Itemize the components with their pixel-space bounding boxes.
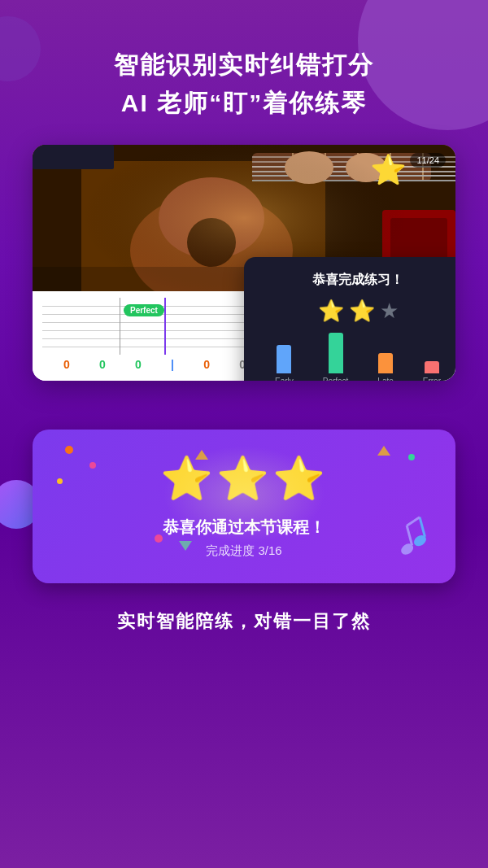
- cursor-line: [164, 298, 166, 355]
- confetti-5: [155, 534, 163, 543]
- bottom-card-stars: ⭐⭐⭐: [57, 454, 431, 504]
- completion-popup: 恭喜完成练习！ ⭐ ⭐ ★ Early Perfect Late: [244, 257, 455, 381]
- confetti-3: [57, 478, 63, 484]
- bar-group-early: Early: [275, 345, 294, 381]
- confetti-1: [65, 446, 73, 454]
- star-3: ★: [380, 299, 399, 324]
- popup-stars: ⭐ ⭐ ★: [260, 299, 455, 324]
- bar-group-late: Late: [377, 353, 393, 381]
- svg-line-27: [420, 517, 425, 537]
- bar-error: [425, 361, 439, 373]
- bar-line-1: [120, 298, 120, 355]
- svg-line-28: [406, 517, 421, 526]
- header-line2: AI 老师“盯”着你练琴: [114, 87, 374, 120]
- footer-tagline: 实时智能陪练，对错一目了然: [117, 609, 371, 634]
- perfect-label: Perfect: [124, 304, 164, 316]
- tab-note-1: 0: [99, 358, 106, 371]
- tab-note-cursor: |: [171, 358, 174, 371]
- bar-label-late: Late: [377, 377, 393, 381]
- confetti-2: [89, 462, 96, 469]
- bar-label-perfect: Perfect: [323, 377, 349, 381]
- bar-label-error: Error: [423, 377, 441, 381]
- triangle-3: [377, 446, 390, 456]
- counter-badge: 11/24: [410, 153, 446, 168]
- tab-note-3: 0: [203, 358, 210, 371]
- bar-group-perfect: Perfect: [323, 333, 349, 381]
- guitar-card: ⭐ 11/24 Perfect p: [33, 145, 455, 381]
- music-note-icon: [390, 512, 442, 569]
- header-line1: 智能识别实时纠错打分: [114, 49, 374, 82]
- tab-note-2: 0: [135, 358, 142, 371]
- star-icon: ⭐: [370, 153, 407, 187]
- bar-early: [277, 345, 291, 373]
- tab-note-0: 0: [63, 358, 70, 371]
- main-content: 智能识别实时纠错打分 AI 老师“盯”着你练琴: [0, 0, 488, 634]
- bar-late: [378, 353, 393, 373]
- bar-perfect: [329, 333, 343, 373]
- svg-rect-21: [33, 145, 114, 169]
- triangle-2: [179, 541, 192, 551]
- footer-tagline-text: 实时智能陪练，对错一目了然: [117, 611, 371, 631]
- triangle-1: [195, 450, 208, 460]
- bottom-card-title: 恭喜你通过本节课程！: [57, 517, 431, 539]
- header-title: 智能识别实时纠错打分 AI 老师“盯”着你练琴: [114, 49, 374, 120]
- popup-bars: Early Perfect Late Error: [260, 337, 455, 381]
- bar-label-early: Early: [275, 377, 294, 381]
- bar-group-error: Error: [423, 361, 441, 381]
- svg-line-25: [407, 526, 412, 545]
- popup-title: 恭喜完成练习！: [260, 272, 455, 289]
- bottom-card: ⭐⭐⭐ 恭喜你通过本节课程！ 完成进度 3/16: [33, 430, 455, 583]
- confetti-4: [408, 454, 415, 460]
- bottom-card-subtitle: 完成进度 3/16: [57, 543, 431, 559]
- star-1: ⭐: [318, 299, 344, 324]
- star-2: ⭐: [349, 299, 375, 324]
